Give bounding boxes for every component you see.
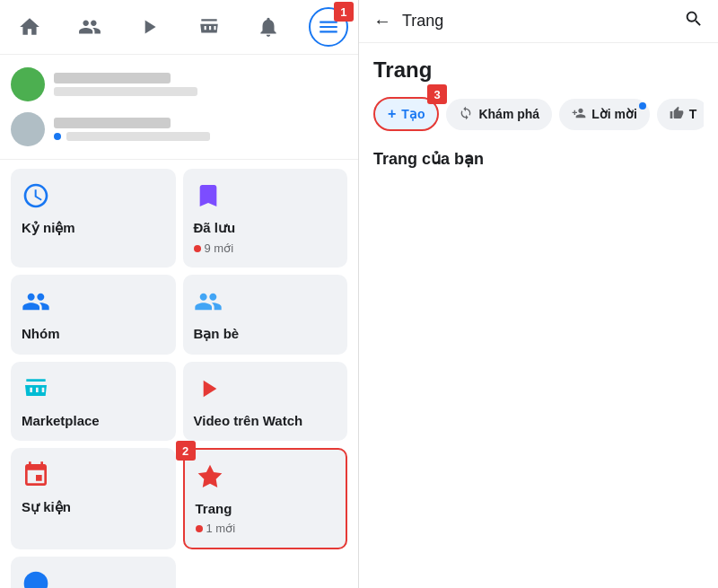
da-luu-badge-dot [194, 245, 201, 252]
right-content: Trang 3 + Tạo Khám phá [359, 43, 718, 588]
menu-item-ban-be-quanh-day[interactable]: Bạn bè quanh đây [11, 557, 176, 588]
user-name-1 [54, 73, 171, 83]
su-kien-label: Sự kiện [22, 499, 165, 515]
svg-point-1 [24, 572, 48, 588]
nhom-icon [22, 287, 165, 320]
step1-label: 1 [334, 2, 354, 22]
menu-item-nhom[interactable]: Nhóm [11, 275, 176, 355]
right-header-title: Trang [402, 12, 673, 31]
nhom-label: Nhóm [22, 326, 165, 341]
tao-label: Tạo [401, 107, 425, 121]
section-title: Trang của bạn [373, 149, 704, 169]
da-luu-label: Đã lưu [194, 220, 337, 236]
ky-niem-label: Kỷ niệm [22, 220, 165, 236]
avatar-2 [11, 112, 45, 146]
step2-label: 2 [176, 441, 196, 461]
tab-thich[interactable]: T [657, 99, 704, 130]
user-sub-1 [54, 87, 197, 96]
back-button[interactable]: ← [373, 11, 391, 31]
video-watch-icon [194, 374, 337, 408]
svg-marker-0 [197, 465, 222, 487]
trang-badge: 1 mới [196, 522, 336, 535]
kham-pha-icon [459, 106, 473, 123]
menu-item-video-watch[interactable]: Video trên Watch [183, 362, 348, 441]
page-main-title: Trang [373, 57, 704, 83]
left-panel: 1 Kỷ n [0, 0, 359, 588]
loi-moi-icon [572, 106, 586, 123]
thich-icon [670, 106, 684, 123]
blue-dot-user2 [54, 133, 61, 140]
tab-kham-pha[interactable]: Khám phá [446, 99, 552, 130]
trang-badge-dot [196, 525, 203, 532]
user-section [0, 55, 358, 160]
user-info-1 [54, 73, 197, 96]
menu-item-su-kien[interactable]: Sự kiện [11, 448, 176, 549]
ky-niem-icon [22, 181, 165, 215]
menu-item-marketplace[interactable]: Marketplace [11, 362, 176, 441]
right-panel: ← Trang Trang 3 + Tạo Khám phá [359, 0, 718, 588]
tabs-row: + Tạo Khám phá Lời mời [373, 97, 704, 131]
right-header: ← Trang [359, 0, 718, 43]
loi-moi-label: Lời mời [591, 107, 637, 121]
menu-item-trang[interactable]: 2 Trang 1 mới [183, 448, 348, 549]
su-kien-icon [22, 461, 165, 494]
marketplace-icon [22, 374, 165, 408]
menu-item-ky-niem[interactable]: Kỷ niệm [11, 169, 176, 268]
ban-be-icon [194, 287, 337, 320]
thich-label: T [689, 107, 697, 121]
ban-be-label: Bạn bè [194, 326, 337, 342]
user-sub-2 [66, 132, 210, 141]
loi-moi-dot [639, 102, 646, 110]
user-info-2 [54, 118, 210, 141]
kham-pha-label: Khám phá [478, 107, 539, 121]
search-button[interactable] [684, 9, 704, 33]
video-watch-label: Video trên Watch [194, 413, 337, 428]
nav-watch[interactable] [129, 7, 169, 47]
trang-icon [196, 462, 336, 496]
nav-friends[interactable] [70, 7, 109, 47]
ban-be-quanh-day-icon [22, 569, 165, 588]
marketplace-label: Marketplace [22, 413, 165, 428]
top-nav: 1 [0, 0, 358, 55]
menu-item-da-luu[interactable]: Đã lưu 9 mới [183, 169, 348, 268]
trang-badge-text: 1 mới [206, 522, 236, 535]
user-sub-row-2 [54, 132, 210, 141]
tabs-section: 3 + Tạo Khám phá [373, 97, 704, 131]
avatar-1 [11, 67, 45, 101]
nav-menu-wrapper: 1 [309, 7, 348, 47]
trang-label: Trang [196, 501, 336, 516]
tao-icon: + [388, 106, 396, 122]
user-item-1[interactable] [11, 62, 347, 107]
menu-item-ban-be[interactable]: Bạn bè [183, 275, 348, 355]
da-luu-badge-text: 9 mới [205, 241, 234, 255]
nav-notifications[interactable] [249, 7, 288, 47]
step3-label: 3 [427, 84, 447, 104]
nav-home[interactable] [10, 7, 49, 47]
da-luu-badge: 9 mới [194, 241, 337, 255]
menu-grid: Kỷ niệm Đã lưu 9 mới Nhóm Bạn bè [0, 160, 358, 588]
user-name-2 [54, 118, 171, 128]
tab-loi-moi[interactable]: Lời mời [559, 99, 650, 130]
nav-marketplace[interactable] [189, 7, 229, 47]
da-luu-icon [194, 181, 337, 215]
user-item-2[interactable] [11, 107, 347, 152]
